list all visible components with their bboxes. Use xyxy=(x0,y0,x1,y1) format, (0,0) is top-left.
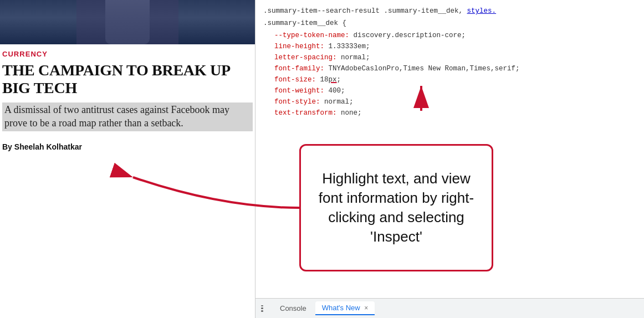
css-selector-line1: .summary-item--search-result .summary-it… xyxy=(263,6,636,17)
callout-box: Highlight text, and view font informatio… xyxy=(299,144,493,271)
left-panel: CURRENCY THE CAMPAIGN TO BREAK UP BIG TE… xyxy=(0,0,255,318)
dot2 xyxy=(261,307,263,309)
article-overlay xyxy=(76,0,178,44)
css-prop-row-4: font-size: 18px; xyxy=(263,74,636,85)
css-selector1-text: .summary-item--search-result .summary-it… xyxy=(263,7,463,15)
dot1 xyxy=(261,305,263,307)
devtools-tabs: Console What's New × xyxy=(255,298,644,318)
article-meta: CURRENCY THE CAMPAIGN TO BREAK UP BIG TE… xyxy=(0,44,255,153)
article-category: CURRENCY xyxy=(2,50,253,58)
css-styles-link[interactable]: styles. xyxy=(467,7,497,15)
article-image xyxy=(0,0,255,44)
byline-author: Sheelah Kolhatkar xyxy=(14,142,82,151)
css-prop-row-0: --type-token-name: discovery.description… xyxy=(263,30,636,41)
css-selector-line2: .summary-item__dek { xyxy=(263,18,636,29)
dot3 xyxy=(261,310,263,312)
byline-label: By xyxy=(2,142,12,151)
callout-text: Highlight text, and view font informatio… xyxy=(312,169,481,247)
tab-console[interactable]: Console xyxy=(273,302,313,315)
css-selector2-text: .summary-item__dek { xyxy=(263,19,346,27)
tab-close-icon[interactable]: × xyxy=(364,304,368,312)
css-prop-row-3: font-family: TNYAdobeCaslonPro,Times New… xyxy=(263,63,636,74)
css-prop-row-6: font-style: normal; xyxy=(263,96,636,107)
css-prop-name-0: --type-token-name: discovery.description… xyxy=(263,30,636,41)
tab-whats-new[interactable]: What's New × xyxy=(315,301,375,315)
css-prop-row-2: letter-spacing: normal; xyxy=(263,52,636,63)
css-prop-row-1: line-height: 1.33333em; xyxy=(263,41,636,52)
css-prop-row-5: font-weight: 400; xyxy=(263,85,636,96)
css-prop-row-7: text-transform: none; xyxy=(263,107,636,119)
tab-drag-handle xyxy=(261,305,268,312)
article-byline: By Sheelah Kolhatkar xyxy=(2,142,253,151)
article-title: THE CAMPAIGN TO BREAK UP BIG TECH xyxy=(2,61,253,97)
article-dek: A dismissal of two antitrust cases again… xyxy=(2,102,253,131)
